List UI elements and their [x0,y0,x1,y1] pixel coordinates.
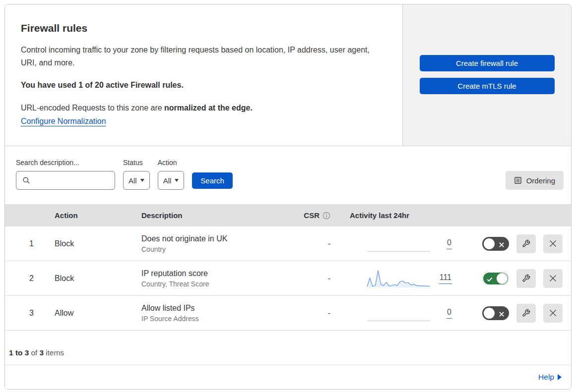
chevron-down-icon [175,179,179,182]
toggle-knob [484,308,495,319]
delete-rule-button[interactable] [543,304,563,323]
search-label: Search description... [16,159,115,167]
search-button[interactable]: Search [192,172,233,189]
rule-priority: 3 [5,309,37,318]
edit-rule-button[interactable] [516,269,536,288]
action-label: Action [158,159,185,167]
close-icon [548,308,558,318]
normalization-bold: normalized at the edge. [164,104,253,112]
cross-icon [499,241,505,250]
edit-rule-button[interactable] [516,234,536,253]
table-row: 3 Allow Allow listed IPs IP Source Addre… [5,296,571,331]
rule-enabled-toggle[interactable] [482,237,509,251]
rule-fields: Country, Threat Score [141,280,290,288]
search-button-group: Search [192,159,233,189]
item-range: 1 to 3 [9,348,29,357]
ordering-list-icon [514,176,522,184]
create-firewall-rule-button[interactable]: Create firewall rule [420,55,555,71]
wrench-icon [522,309,530,317]
table-row: 2 Block IP reputation score Country, Thr… [5,261,571,296]
toggle-knob [484,238,495,249]
table-header-row: Action Description CSR Activity last 24h… [5,204,571,226]
pagination-summary: 1 to 3 of 3 items [5,331,571,365]
action-filter-group: Action All [158,159,185,190]
rule-fields: Country [141,245,290,253]
status-filter-group: Status All [123,159,150,190]
normalization-note: URL-encoded Requests to this zone are no… [21,104,383,112]
search-group: Search description... [16,159,115,190]
close-icon [548,274,558,283]
usage-note: You have used 1 of 20 active Firewall ru… [21,81,383,90]
rule-csr-value: - [290,309,332,318]
rule-action: Block [37,239,141,248]
firewall-rules-panel: Firewall rules Control incoming traffic … [4,4,572,390]
activity-count-link[interactable]: 0 [447,238,452,249]
cross-icon [499,310,505,319]
help-link-label: Help [538,373,554,382]
close-icon [548,239,558,248]
ordering-button-label: Ordering [526,176,555,185]
wrench-icon [522,239,530,248]
help-arrow-icon [558,374,562,380]
intro-text-block: Firewall rules Control incoming traffic … [5,4,402,146]
item-total: 3 [39,348,44,357]
column-header-csr: CSR [290,211,332,220]
rule-description: Allow listed IPs [141,304,290,313]
search-input-box[interactable] [16,171,115,190]
rule-description: Does not originate in UK [141,234,290,243]
delete-rule-button[interactable] [543,269,563,288]
rule-action: Allow [37,309,141,318]
column-header-activity: Activity last 24hr [332,211,456,220]
rule-enabled-toggle[interactable] [482,306,509,320]
edit-rule-button[interactable] [516,304,536,323]
action-dropdown-value: All [163,176,172,185]
normalization-prefix: URL-encoded Requests to this zone are [21,104,162,112]
status-label: Status [123,159,150,167]
rule-priority: 1 [5,239,37,248]
rule-enabled-toggle[interactable] [482,272,509,285]
help-link[interactable]: Help [538,373,562,382]
intro-section: Firewall rules Control incoming traffic … [5,4,571,146]
rule-action: Block [37,274,141,283]
activity-count-link[interactable]: 0 [447,308,452,319]
activity-count-link[interactable]: 111 [439,273,452,284]
chevron-down-icon [140,179,144,182]
page-title: Firewall rules [21,22,383,34]
delete-rule-button[interactable] [543,234,563,253]
activity-sparkline-empty [367,303,430,323]
filter-bar: Search description... Status All [5,146,571,204]
activity-sparkline [367,269,430,288]
table-row: 1 Block Does not originate in UK Country… [5,226,571,261]
actions-panel: Create firewall rule Create mTLS rule [402,4,571,146]
status-dropdown[interactable]: All [123,171,150,190]
check-icon [487,276,493,284]
rule-priority: 2 [5,274,37,283]
search-icon [22,176,30,184]
rule-csr-value: - [290,239,332,248]
page-description: Control incoming traffic to your zone by… [21,44,378,69]
toggle-knob [497,273,508,284]
info-icon [322,212,330,220]
help-bar: Help [5,365,571,389]
column-header-description: Description [141,211,290,220]
create-mtls-rule-button[interactable]: Create mTLS rule [420,78,555,94]
column-header-action: Action [37,211,141,220]
activity-sparkline-empty [367,234,430,254]
rule-fields: IP Source Address [141,315,290,323]
configure-normalization-link[interactable]: Configure Normalization [21,117,106,126]
status-dropdown-value: All [128,176,137,185]
wrench-icon [522,274,530,282]
ordering-button[interactable]: Ordering [506,171,564,190]
rule-csr-value: - [290,274,332,283]
rule-description: IP reputation score [141,269,290,278]
search-input[interactable] [34,176,110,185]
action-dropdown[interactable]: All [158,171,185,190]
